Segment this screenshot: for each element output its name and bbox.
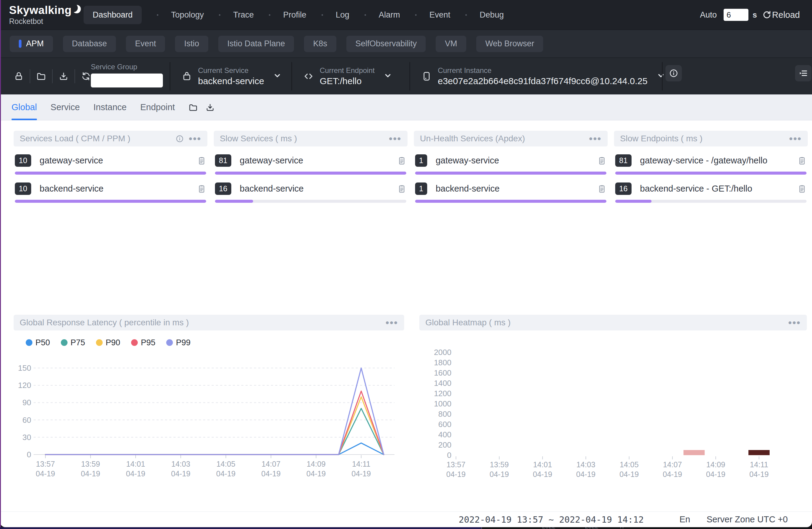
legend-item-p99[interactable]: P99 [166, 338, 190, 348]
service-group-input[interactable] [91, 74, 163, 87]
nav-separator-dot [415, 14, 417, 16]
nav-item-debug[interactable]: Debug [465, 10, 504, 20]
metric-bar-fill [415, 172, 606, 175]
collapse-panel-button[interactable] [795, 65, 811, 82]
category-button-istio[interactable]: Istio [175, 36, 208, 52]
endpoint-dropdown-toggle[interactable] [383, 71, 392, 81]
metric-name[interactable]: gateway-service [240, 156, 303, 165]
copy-button[interactable] [797, 156, 807, 165]
copy-button[interactable] [397, 156, 406, 165]
metric-name[interactable]: backend-service [40, 184, 103, 194]
lock-button[interactable] [8, 71, 30, 81]
category-button-k8s[interactable]: K8s [304, 36, 336, 52]
chevron-down-icon [273, 71, 281, 80]
legend-label: P75 [71, 338, 85, 348]
current-service-selector[interactable]: Current Service backend-service [182, 58, 281, 94]
main-nav-menu: DashboardTopologyTraceProfileLogAlarmEve… [84, 6, 519, 24]
nav-item-event[interactable]: Event [415, 10, 450, 20]
nav-item-log[interactable]: Log [321, 10, 349, 20]
legend-item-p90[interactable]: P90 [96, 338, 120, 348]
tab-folder-button[interactable] [189, 103, 198, 112]
brand-logo[interactable]: Skywalking Rocketbot [9, 4, 84, 26]
legend-item-p50[interactable]: P50 [26, 338, 50, 348]
heatmap-card-menu[interactable]: ••• [788, 320, 801, 326]
auto-interval-input[interactable] [724, 9, 749, 21]
tab-instance[interactable]: Instance [93, 94, 127, 120]
category-label: SelfObservability [356, 39, 417, 48]
latency-line-chart[interactable]: 030609012015013:5704-1913:5904-1914:0104… [14, 355, 404, 498]
metric-name[interactable]: gateway-service [40, 156, 103, 165]
svg-text:200: 200 [438, 440, 451, 450]
legend-label: P50 [35, 338, 50, 348]
nav-item-dashboard[interactable]: Dashboard [84, 6, 142, 24]
nav-separator-dot [465, 14, 467, 16]
heatmap-chart[interactable]: 200018001600140012001000800600400200013:… [419, 339, 807, 481]
category-label: Istio Data Plane [227, 39, 285, 48]
metric-name[interactable]: gateway-service - /gateway/hello [640, 156, 768, 165]
reload-button[interactable]: Reload [762, 10, 800, 20]
moon-icon [72, 4, 82, 15]
time-range-picker[interactable]: 2022-04-19 13:57 ~ 2022-04-19 14:12 [459, 514, 644, 525]
active-indicator [19, 40, 21, 48]
tab-export-button[interactable] [206, 103, 215, 112]
svg-text:2000: 2000 [434, 348, 451, 357]
service-dropdown-toggle[interactable] [273, 71, 281, 81]
card-menu[interactable]: ••• [189, 136, 201, 142]
tab-global[interactable]: Global [12, 94, 37, 120]
svg-text:04-19: 04-19 [706, 470, 725, 479]
export-button[interactable] [53, 71, 74, 81]
copy-button[interactable] [197, 156, 206, 165]
metric-name[interactable]: backend-service - GET:/hello [640, 184, 752, 194]
heatmap-card-title: Global Heatmap ( ms ) [425, 318, 511, 327]
language-switch[interactable]: En [679, 514, 690, 525]
legend-item-p75[interactable]: P75 [61, 338, 85, 348]
folder-icon [189, 103, 198, 112]
nav-item-profile[interactable]: Profile [269, 10, 306, 20]
card-slow-services-ms: Slow Services ( ms )•••81gateway-service… [214, 131, 407, 203]
footer-bar: 2022-04-19 13:57 ~ 2022-04-19 14:12 En S… [0, 512, 812, 527]
folder-button[interactable] [30, 71, 52, 81]
current-instance-selector[interactable]: Current Instance e3e07e2a2b664e8c91fda37… [421, 58, 665, 94]
svg-text:04-19: 04-19 [171, 469, 190, 478]
tab-endpoint[interactable]: Endpoint [140, 94, 175, 120]
category-button-web-browser[interactable]: Web Browser [476, 36, 543, 52]
copy-button[interactable] [197, 184, 206, 193]
category-label: K8s [313, 39, 327, 48]
svg-text:04-19: 04-19 [351, 469, 371, 478]
current-endpoint-selector[interactable]: Current Endpoint GET:/hello [303, 58, 392, 94]
nav-item-trace[interactable]: Trace [219, 10, 254, 20]
server-zone[interactable]: Server Zone UTC +0 [707, 514, 788, 525]
category-button-database[interactable]: Database [63, 36, 116, 52]
info-button[interactable] [665, 65, 682, 82]
card-header: Services Load ( CPM / PPM )••• [14, 131, 207, 146]
metric-name[interactable]: gateway-service [436, 156, 499, 165]
category-button-vm[interactable]: VM [436, 36, 466, 52]
latency-card-menu[interactable]: ••• [386, 320, 398, 326]
category-button-event[interactable]: Event [126, 36, 165, 52]
copy-button[interactable] [597, 156, 606, 165]
svg-text:04-19: 04-19 [261, 469, 281, 478]
copy-button[interactable] [397, 184, 406, 193]
tab-service[interactable]: Service [50, 94, 80, 120]
legend-dot [26, 339, 32, 346]
category-button-selfobservability[interactable]: SelfObservability [346, 36, 426, 52]
metric-name[interactable]: backend-service [436, 184, 499, 194]
instance-dropdown-toggle[interactable] [657, 71, 665, 81]
svg-text:14:11: 14:11 [352, 460, 371, 468]
metric-name[interactable]: backend-service [240, 184, 304, 194]
legend-label: P99 [176, 338, 190, 348]
svg-text:04-19: 04-19 [490, 470, 509, 479]
card-menu[interactable]: ••• [789, 136, 802, 142]
card-menu[interactable]: ••• [589, 136, 601, 142]
info-icon[interactable] [176, 135, 184, 143]
card-menu[interactable]: ••• [389, 136, 402, 142]
nav-item-alarm[interactable]: Alarm [364, 10, 400, 20]
svg-text:800: 800 [438, 410, 451, 418]
copy-button[interactable] [797, 184, 807, 193]
copy-button[interactable] [597, 184, 606, 193]
nav-item-topology[interactable]: Topology [157, 10, 204, 20]
category-button-apm[interactable]: APM [10, 36, 53, 52]
category-button-istio-data-plane[interactable]: Istio Data Plane [218, 36, 294, 52]
legend-item-p95[interactable]: P95 [131, 338, 155, 348]
current-service-label: Current Service [198, 66, 264, 75]
